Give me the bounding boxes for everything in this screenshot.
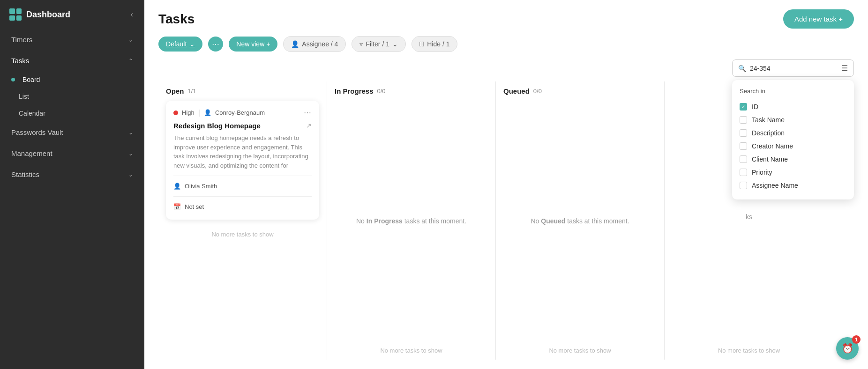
- sidebar-item-tasks[interactable]: Tasks ⌃: [0, 50, 144, 71]
- checkbox-unchecked-icon: [740, 142, 747, 150]
- card-divider-2: [173, 196, 312, 197]
- filter-button[interactable]: ▿ Filter / 1 ⌄: [352, 36, 406, 52]
- sidebar-collapse-button[interactable]: ‹: [129, 8, 135, 21]
- sidebar-item-board[interactable]: Board: [0, 71, 144, 88]
- search-icon: 🔍: [738, 65, 746, 72]
- search-option-creator-name[interactable]: Creator Name: [740, 140, 846, 153]
- chevron-down-icon: ⌄: [128, 37, 133, 43]
- expand-icon[interactable]: ↗: [306, 122, 312, 129]
- sidebar-item-management[interactable]: Management ⌄: [0, 143, 144, 164]
- card-title-row: Redesign Blog Homepage ↗: [173, 122, 312, 130]
- task-card: High | 👤 Conroy-Bergnaum ⋯ Redesign Blog…: [166, 101, 319, 220]
- more-options-button[interactable]: ⋯: [208, 37, 223, 52]
- checkbox-unchecked-icon: [740, 116, 747, 124]
- search-option-priority[interactable]: Priority: [740, 166, 846, 179]
- timer-notification-badge: 1: [852, 335, 861, 344]
- card-meta: High | 👤 Conroy-Bergnaum: [173, 109, 265, 117]
- search-option-description[interactable]: Description: [740, 126, 846, 140]
- calendar-icon: 📅: [173, 203, 181, 210]
- column-empty-in-progress: No In Progress tasks at this moment.: [335, 101, 488, 341]
- column-footer-queued: No more tasks to show: [503, 341, 657, 360]
- sidebar: Dashboard ‹ Timers ⌄ Tasks ⌃ Board List …: [0, 0, 144, 369]
- search-input-container: 🔍 ☰: [732, 59, 854, 77]
- page-title: Tasks: [158, 12, 195, 27]
- search-input[interactable]: [750, 65, 838, 72]
- sidebar-item-list[interactable]: List: [0, 88, 144, 105]
- sidebar-item-calendar[interactable]: Calendar: [0, 105, 144, 122]
- toolbar: Default ⌄ ⋯ New view + 👤 Assignee / 4 ▿ …: [144, 29, 868, 59]
- new-view-button[interactable]: New view +: [229, 37, 277, 52]
- column-open: Open 1/1 High | 👤 Conroy-Bergnaum ⋯ Rede: [158, 81, 327, 360]
- search-option-client-name[interactable]: Client Name: [740, 153, 846, 166]
- card-date: 📅 Not set: [173, 201, 312, 212]
- column-footer-in-progress: No more tasks to show: [335, 341, 488, 360]
- chevron-down-icon: ⌄: [189, 40, 195, 48]
- filter-icon: ▿: [359, 40, 363, 48]
- assignee-filter-button[interactable]: 👤 Assignee / 4: [283, 36, 346, 52]
- column-in-progress: In Progress 0/0 No In Progress tasks at …: [327, 81, 496, 360]
- card-header: High | 👤 Conroy-Bergnaum ⋯: [173, 108, 312, 117]
- add-new-task-button[interactable]: Add new task +: [783, 9, 854, 29]
- card-assignee: 👤 Olivia Smith: [173, 181, 312, 192]
- chevron-down-icon: ⌄: [392, 40, 398, 48]
- chevron-down-icon: ⌄: [128, 171, 133, 178]
- timer-button[interactable]: ⏰ 1: [836, 337, 859, 360]
- assignee-icon: 👤: [173, 183, 181, 190]
- column-header-queued: Queued 0/0: [503, 81, 657, 101]
- search-dropdown-title: Search in: [740, 88, 846, 95]
- priority-dot-high: [173, 111, 178, 115]
- sidebar-item-statistics[interactable]: Statistics ⌄: [0, 164, 144, 185]
- checkbox-unchecked-icon: [740, 182, 747, 189]
- chevron-down-icon: ⌄: [128, 150, 133, 157]
- search-option-id[interactable]: ✓ ID: [740, 100, 846, 113]
- column-footer-more: No more tasks to show: [672, 341, 826, 360]
- page-header: Tasks Add new task +: [144, 0, 868, 29]
- sidebar-title: Dashboard: [26, 10, 70, 20]
- checkbox-unchecked-icon: [740, 155, 747, 163]
- search-wrapper: 🔍 ☰ Search in ✓ ID Task Name Description: [732, 59, 854, 77]
- column-queued: Queued 0/0 No Queued tasks at this momen…: [496, 81, 665, 360]
- hide-button[interactable]: 👁̸ Hide / 1: [412, 36, 457, 52]
- logo-icon: [9, 8, 22, 21]
- checkbox-unchecked-icon: [740, 129, 747, 137]
- sidebar-item-passwords-vault[interactable]: Passwords Vault ⌄: [0, 122, 144, 143]
- column-header-in-progress: In Progress 0/0: [335, 81, 488, 101]
- column-footer-open: No more tasks to show: [166, 225, 319, 244]
- column-header-open: Open 1/1: [166, 81, 319, 101]
- eye-off-icon: 👁̸: [419, 40, 424, 48]
- card-more-options[interactable]: ⋯: [304, 108, 312, 117]
- clock-icon: ⏰: [842, 343, 853, 354]
- sidebar-header: Dashboard ‹: [0, 0, 144, 29]
- search-area: 🔍 ☰ Search in ✓ ID Task Name Description: [144, 59, 868, 81]
- card-divider: [173, 176, 312, 176]
- search-dropdown: Search in ✓ ID Task Name Description Cre…: [732, 80, 854, 199]
- checkbox-checked-icon: ✓: [740, 103, 747, 111]
- person-icon: 👤: [291, 40, 299, 48]
- default-view-button[interactable]: Default ⌄: [158, 37, 202, 52]
- chevron-up-icon: ⌃: [128, 58, 133, 64]
- sidebar-logo: Dashboard: [9, 8, 70, 21]
- column-empty-queued: No Queued tasks at this moment.: [503, 101, 657, 341]
- chevron-down-icon: ⌄: [128, 129, 133, 136]
- sidebar-item-timers[interactable]: Timers ⌄: [0, 29, 144, 50]
- main-content: Tasks Add new task + Default ⌄ ⋯ New vie…: [144, 0, 868, 369]
- checkbox-unchecked-icon: [740, 169, 747, 176]
- menu-icon[interactable]: ☰: [841, 64, 848, 73]
- search-option-assignee-name[interactable]: Assignee Name: [740, 179, 846, 192]
- search-option-task-name[interactable]: Task Name: [740, 113, 846, 126]
- client-icon: 👤: [204, 109, 211, 116]
